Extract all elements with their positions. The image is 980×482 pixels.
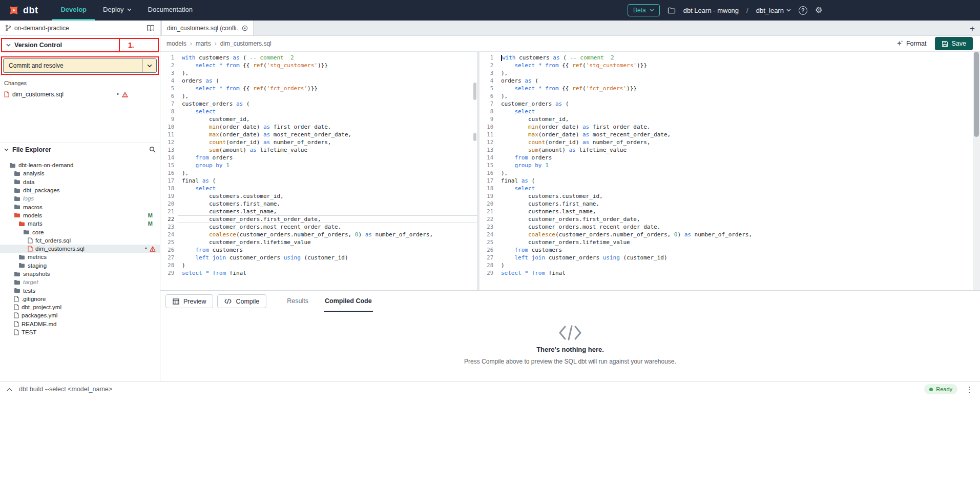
tree-item-logs[interactable]: logs bbox=[0, 194, 160, 203]
code-line[interactable]: select bbox=[178, 108, 477, 115]
code-line[interactable]: max(order_date) as most_recent_order_dat… bbox=[178, 131, 477, 138]
commit-and-resolve-button[interactable]: Commit and resolve bbox=[3, 58, 157, 73]
code-line[interactable]: min(order_date) as first_order_date, bbox=[178, 123, 477, 131]
code-right[interactable]: with customers as ( -- comment 2 select … bbox=[497, 52, 980, 290]
code-line[interactable]: customers.customer_id, bbox=[178, 192, 477, 200]
code-line[interactable]: customer_orders.lifetime_value bbox=[497, 238, 980, 246]
code-line[interactable]: max(order_date) as most_recent_order_dat… bbox=[497, 131, 980, 138]
code-line[interactable]: select * from {{ ref('stg_customers')}} bbox=[178, 62, 477, 69]
code-line[interactable]: customer_id, bbox=[178, 115, 477, 123]
code-line[interactable]: select * from final bbox=[497, 269, 980, 277]
code-line[interactable]: left join customer_orders using (custome… bbox=[178, 254, 477, 262]
changed-file-row[interactable]: dim_customers.sql • bbox=[0, 90, 160, 99]
code-line[interactable]: customer_id, bbox=[497, 115, 980, 123]
branch-row[interactable]: on-demand-practice bbox=[0, 21, 160, 36]
code-line[interactable]: ) bbox=[497, 262, 980, 269]
code-line[interactable]: select bbox=[178, 185, 477, 192]
docs-book-icon[interactable] bbox=[147, 25, 155, 31]
code-line[interactable]: sum(amount) as lifetime_value bbox=[497, 146, 980, 154]
help-icon[interactable]: ? bbox=[799, 6, 807, 15]
tree-item-snapshots[interactable]: snapshots bbox=[0, 270, 160, 278]
tab-compiled-code[interactable]: Compiled Code bbox=[324, 291, 373, 312]
project-selector[interactable]: dbt_learn bbox=[756, 7, 791, 14]
code-line[interactable]: from customers bbox=[497, 246, 980, 254]
code-editor-left[interactable]: 1234567891011121314151617181920212223242… bbox=[160, 52, 477, 290]
code-line[interactable]: orders as ( bbox=[497, 77, 980, 85]
code-line[interactable]: group by 1 bbox=[178, 162, 477, 169]
beta-toggle[interactable]: Beta bbox=[628, 4, 660, 16]
file-explorer-header[interactable]: File Explorer bbox=[0, 143, 160, 156]
save-button[interactable]: Save bbox=[935, 37, 973, 50]
tree-item-packages.yml[interactable]: packages.yml bbox=[0, 311, 160, 319]
code-line[interactable]: with customers as ( -- comment 2 bbox=[497, 54, 980, 62]
version-control-header[interactable]: Version Control 1. bbox=[1, 38, 159, 52]
code-line[interactable]: from orders bbox=[178, 154, 477, 162]
tree-item-macros[interactable]: macros bbox=[0, 203, 160, 211]
tree-item-TEST[interactable]: TEST bbox=[0, 328, 160, 336]
nav-develop[interactable]: Develop bbox=[52, 0, 95, 21]
code-line[interactable]: customer_orders as ( bbox=[178, 100, 477, 108]
code-line[interactable]: ), bbox=[497, 69, 980, 77]
tree-item-marts[interactable]: martsM bbox=[0, 219, 160, 228]
code-line[interactable]: ), bbox=[178, 169, 477, 177]
tree-item-dim_customers.sql[interactable]: dim_customers.sql• bbox=[0, 245, 160, 253]
code-line[interactable]: orders as ( bbox=[178, 77, 477, 85]
code-line[interactable]: final as ( bbox=[497, 177, 980, 185]
left-pane-scroll-marker[interactable] bbox=[473, 133, 476, 141]
code-line[interactable]: customer_orders.first_order_date, bbox=[178, 215, 477, 223]
tree-item-analysis[interactable]: analysis bbox=[0, 169, 160, 177]
tree-item-fct_orders.sql[interactable]: fct_orders.sql bbox=[0, 236, 160, 245]
code-left[interactable]: with customers as ( -- comment 2 select … bbox=[178, 52, 477, 290]
preview-button[interactable]: Preview bbox=[165, 294, 213, 308]
tab-dim-customers[interactable]: dim_customers.sql (confli... bbox=[161, 21, 254, 35]
code-line[interactable]: select bbox=[497, 185, 980, 192]
code-line[interactable]: count(order_id) as number_of_orders, bbox=[497, 138, 980, 146]
code-line[interactable]: customer_orders.most_recent_order_date, bbox=[178, 223, 477, 231]
tree-item-target[interactable]: target bbox=[0, 278, 160, 286]
scrollbar-thumb[interactable] bbox=[974, 52, 979, 137]
tree-item-core[interactable]: core bbox=[0, 228, 160, 236]
nav-deploy[interactable]: Deploy bbox=[95, 0, 139, 21]
compile-button[interactable]: Compile bbox=[217, 294, 266, 308]
tab-results[interactable]: Results bbox=[286, 291, 309, 312]
account-name[interactable]: dbt Learn - mwong bbox=[683, 7, 739, 14]
code-line[interactable]: count(order_id) as number_of_orders, bbox=[178, 138, 477, 146]
code-line[interactable]: customers.last_name, bbox=[497, 208, 980, 215]
code-line[interactable]: coalesce(customer_orders.number_of_order… bbox=[178, 231, 477, 238]
tree-item-.gitignore[interactable]: .gitignore bbox=[0, 295, 160, 303]
left-pane-scrollbar[interactable] bbox=[473, 83, 476, 100]
code-line[interactable]: select * from {{ ref('fct_orders')}} bbox=[178, 85, 477, 92]
code-line[interactable]: ), bbox=[178, 92, 477, 100]
code-line[interactable]: select * from {{ ref('stg_customers')}} bbox=[497, 62, 980, 69]
overflow-menu-icon[interactable]: ⋮ bbox=[966, 386, 973, 393]
code-line[interactable]: customers.first_name, bbox=[497, 200, 980, 208]
code-line[interactable]: ) bbox=[178, 262, 477, 269]
right-pane-scrollbar[interactable] bbox=[973, 52, 980, 290]
tree-item-metrics[interactable]: metrics bbox=[0, 253, 160, 261]
dbt-logo[interactable]: dbt bbox=[0, 0, 45, 21]
code-line[interactable]: left join customer_orders using (custome… bbox=[497, 254, 980, 262]
chevron-up-icon[interactable] bbox=[7, 388, 12, 391]
tree-item-models[interactable]: modelsM bbox=[0, 211, 160, 219]
code-line[interactable]: sum(amount) as lifetime_value bbox=[178, 146, 477, 154]
code-line[interactable]: customers.first_name, bbox=[178, 200, 477, 208]
code-line[interactable]: customer_orders.lifetime_value bbox=[178, 238, 477, 246]
code-line[interactable]: select * from {{ ref('fct_orders')}} bbox=[497, 85, 980, 92]
code-line[interactable]: group by 1 bbox=[497, 162, 980, 169]
code-line[interactable]: coalesce(customer_orders.number_of_order… bbox=[497, 231, 980, 238]
tree-item-tests[interactable]: tests bbox=[0, 286, 160, 294]
tree-item-dbt_project.yml[interactable]: dbt_project.yml bbox=[0, 303, 160, 311]
tree-item-dbt-learn-on-demand[interactable]: dbt-learn-on-demand bbox=[0, 161, 160, 169]
commit-dropdown-chevron[interactable] bbox=[142, 59, 156, 72]
code-line[interactable]: customer_orders.most_recent_order_date, bbox=[497, 223, 980, 231]
tree-item-data[interactable]: data bbox=[0, 178, 160, 186]
settings-gear-icon[interactable]: ⚙ bbox=[815, 6, 822, 14]
code-line[interactable]: ), bbox=[178, 69, 477, 77]
code-editor-right[interactable]: 1234567891011121314151617181920212223242… bbox=[479, 52, 980, 290]
code-line[interactable]: customer_orders.first_order_date, bbox=[497, 215, 980, 223]
search-icon[interactable] bbox=[149, 146, 156, 153]
code-line[interactable]: from customers bbox=[178, 246, 477, 254]
code-line[interactable]: from orders bbox=[497, 154, 980, 162]
code-line[interactable]: customer_orders as ( bbox=[497, 100, 980, 108]
tree-item-README.md[interactable]: README.md bbox=[0, 320, 160, 328]
